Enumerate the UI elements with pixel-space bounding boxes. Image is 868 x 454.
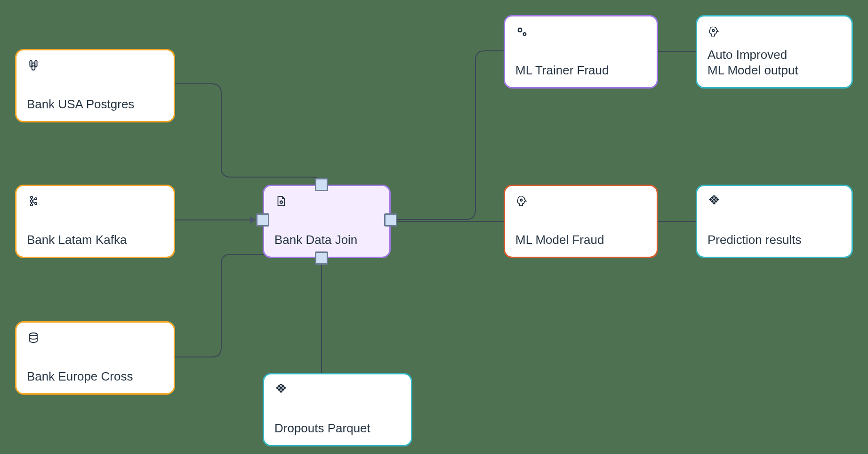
svg-rect-16	[278, 385, 281, 388]
svg-rect-29	[711, 196, 714, 199]
node-handle-right[interactable]	[384, 213, 397, 227]
node-handle-top[interactable]	[315, 178, 328, 191]
node-bank-usa-postgres[interactable]: Bank USA Postgres	[15, 49, 175, 122]
svg-point-25	[712, 30, 714, 32]
postgres-icon	[27, 59, 40, 72]
svg-rect-18	[281, 388, 284, 391]
page-gear-icon	[274, 195, 288, 208]
svg-point-3	[30, 200, 32, 202]
node-ml-trainer-fraud[interactable]: ML Trainer Fraud	[504, 15, 658, 89]
brain-gear-icon	[707, 25, 721, 38]
node-label: Bank Europe Cross	[27, 369, 163, 384]
svg-point-24	[520, 199, 522, 201]
node-auto-improved-output[interactable]: Auto Improved ML Model output	[696, 15, 853, 89]
node-label: Dropouts Parquet	[274, 421, 401, 436]
svg-point-23	[523, 33, 526, 35]
svg-point-1	[34, 65, 34, 66]
node-label: Auto Improved ML Model output	[707, 47, 841, 78]
gears-icon	[515, 25, 529, 38]
svg-point-5	[35, 198, 37, 200]
svg-rect-21	[280, 390, 282, 393]
brain-gear-icon	[515, 195, 529, 208]
svg-point-4	[31, 204, 32, 206]
parquet-icon	[274, 383, 288, 396]
svg-rect-33	[711, 200, 714, 203]
svg-point-0	[32, 65, 33, 66]
diagram-canvas[interactable]: Bank USA Postgres Bank Latam Kafka	[0, 0, 868, 454]
node-handle-bottom[interactable]	[315, 251, 328, 265]
kafka-icon	[27, 195, 40, 208]
svg-rect-28	[716, 198, 719, 201]
svg-rect-32	[709, 198, 712, 201]
node-bank-latam-kafka[interactable]: Bank Latam Kafka	[15, 185, 175, 258]
svg-rect-34	[713, 202, 715, 204]
svg-rect-17	[280, 386, 282, 389]
svg-rect-14	[281, 385, 284, 388]
svg-point-11	[30, 333, 37, 336]
svg-rect-27	[715, 196, 717, 199]
svg-rect-20	[278, 388, 281, 391]
node-ml-model-fraud[interactable]: ML Model Fraud	[504, 185, 658, 258]
node-label: Bank USA Postgres	[27, 97, 163, 112]
node-handle-left[interactable]	[256, 213, 269, 227]
svg-line-10	[32, 202, 35, 203]
arrow-into-join	[250, 216, 256, 224]
svg-point-2	[31, 196, 32, 198]
svg-rect-15	[283, 386, 286, 389]
database-icon	[27, 331, 40, 344]
node-bank-europe-cross[interactable]: Bank Europe Cross	[15, 321, 175, 395]
node-prediction-results[interactable]: Prediction results	[696, 185, 853, 258]
svg-rect-31	[715, 200, 717, 203]
node-label: Bank Latam Kafka	[27, 232, 163, 248]
node-label: Bank Data Join	[274, 232, 379, 248]
node-bank-data-join[interactable]: Bank Data Join	[263, 185, 391, 258]
svg-point-6	[35, 203, 37, 204]
node-label: ML Trainer Fraud	[515, 63, 646, 78]
node-label: ML Model Fraud	[515, 232, 646, 248]
svg-line-9	[32, 199, 35, 201]
svg-rect-19	[276, 386, 279, 389]
svg-rect-30	[713, 198, 715, 201]
parquet-icon	[707, 195, 721, 208]
node-dropouts-parquet[interactable]: Dropouts Parquet	[263, 373, 412, 446]
node-label: Prediction results	[707, 232, 841, 248]
